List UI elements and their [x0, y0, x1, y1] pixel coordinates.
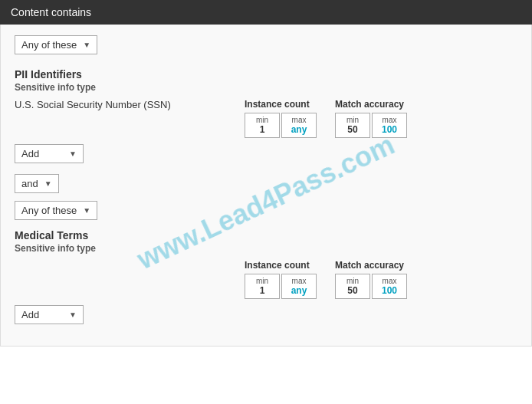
pii-section: PII Identifiers Sensitive info type U.S.… [15, 68, 517, 163]
ssn-accuracy-min-value: 50 [339, 124, 366, 135]
medical-instance-count-group: Instance count min 1 max any [245, 260, 317, 299]
top-dropdown-row: Any of these ▼ [15, 35, 517, 54]
pii-section-subtitle: Sensitive info type [15, 82, 517, 93]
and-connector-dropdown[interactable]: and ▼ [15, 174, 59, 193]
middle-any-of-these-dropdown[interactable]: Any of these ▼ [15, 201, 97, 220]
medical-add-label: Add [21, 309, 39, 320]
main-content: Any of these ▼ PII Identifiers Sensitive… [0, 25, 532, 347]
connector-label: and [21, 178, 38, 189]
medical-accuracy-min-box[interactable]: min 50 [335, 274, 370, 299]
middle-any-dropdown-label: Any of these [21, 205, 77, 216]
medical-instance-max-box[interactable]: max any [281, 274, 317, 299]
medical-accuracy-min-label: min [339, 277, 366, 285]
ssn-accuracy-min-box[interactable]: min 50 [335, 113, 370, 138]
middle-any-dropdown-arrow-icon: ▼ [83, 206, 90, 215]
ssn-instance-count-boxes: min 1 max any [245, 113, 317, 138]
top-any-of-these-dropdown[interactable]: Any of these ▼ [15, 35, 97, 54]
ssn-row: U.S. Social Security Number (SSN) Instan… [15, 99, 517, 138]
medical-instance-boxes: min 1 max any [245, 274, 317, 299]
medical-accuracy-label: Match accuracy [335, 260, 404, 271]
top-dropdown-label: Any of these [21, 39, 77, 51]
medical-instance-min-label: min [248, 277, 276, 285]
connector-arrow-icon: ▼ [44, 179, 52, 188]
medical-instance-min-box[interactable]: min 1 [245, 274, 280, 299]
ssn-instance-count-group: Instance count min 1 max any [245, 99, 317, 138]
ssn-instance-max-value: any [285, 124, 313, 135]
ssn-match-accuracy-label: Match accuracy [335, 99, 404, 110]
middle-any-dropdown-row: Any of these ▼ [15, 201, 517, 220]
ssn-accuracy-boxes: min 50 max 100 [335, 113, 407, 138]
ssn-instance-min-label: min [248, 116, 276, 124]
header-title: Content contains [11, 6, 91, 18]
ssn-accuracy-max-value: 100 [376, 124, 403, 135]
medical-add-arrow-icon: ▼ [69, 310, 77, 319]
medical-accuracy-max-label: max [376, 277, 403, 285]
medical-right: Instance count min 1 max any Match accur… [245, 260, 407, 299]
ssn-instance-max-label: max [285, 116, 313, 124]
ssn-instance-min-value: 1 [248, 124, 276, 135]
medical-add-row: Add ▼ [15, 305, 517, 324]
ssn-right: Instance count min 1 max any Matc [245, 99, 407, 138]
ssn-instance-count-label: Instance count [245, 99, 310, 110]
ssn-instance-max-box[interactable]: max any [281, 113, 317, 138]
ssn-instance-min-box[interactable]: min 1 [245, 113, 280, 138]
medical-instance-max-value: any [285, 285, 313, 296]
pii-section-title: PII Identifiers [15, 68, 517, 80]
medical-accuracy-boxes: min 50 max 100 [335, 274, 407, 299]
medical-counts-row: Instance count min 1 max any Match accur… [15, 260, 517, 299]
medical-instance-count-label: Instance count [245, 260, 310, 271]
medical-accuracy-min-value: 50 [339, 285, 366, 296]
ssn-add-label: Add [21, 148, 39, 159]
ssn-accuracy-max-box[interactable]: max 100 [372, 113, 407, 138]
medical-accuracy-max-value: 100 [376, 285, 403, 296]
ssn-item-name: U.S. Social Security Number (SSN) [15, 99, 229, 110]
ssn-add-row: Add ▼ [15, 144, 517, 163]
connector-row: and ▼ [15, 174, 517, 193]
ssn-add-dropdown[interactable]: Add ▼ [15, 144, 84, 163]
content-contains-header: Content contains [0, 0, 532, 25]
ssn-add-arrow-icon: ▼ [69, 149, 77, 158]
medical-accuracy-max-box[interactable]: max 100 [372, 274, 407, 299]
medical-instance-max-label: max [285, 277, 313, 285]
medical-instance-min-value: 1 [248, 285, 276, 296]
medical-accuracy-group: Match accuracy min 50 max 100 [335, 260, 407, 299]
medical-section: Medical Terms Sensitive info type Instan… [15, 229, 517, 324]
ssn-left: U.S. Social Security Number (SSN) [15, 99, 229, 117]
ssn-accuracy-max-label: max [376, 116, 403, 124]
ssn-accuracy-min-label: min [339, 116, 366, 124]
medical-section-subtitle: Sensitive info type [15, 243, 517, 254]
ssn-match-accuracy-group: Match accuracy min 50 max 100 [335, 99, 407, 138]
top-dropdown-arrow-icon: ▼ [83, 41, 90, 49]
medical-add-dropdown[interactable]: Add ▼ [15, 305, 84, 324]
medical-section-title: Medical Terms [15, 229, 517, 241]
